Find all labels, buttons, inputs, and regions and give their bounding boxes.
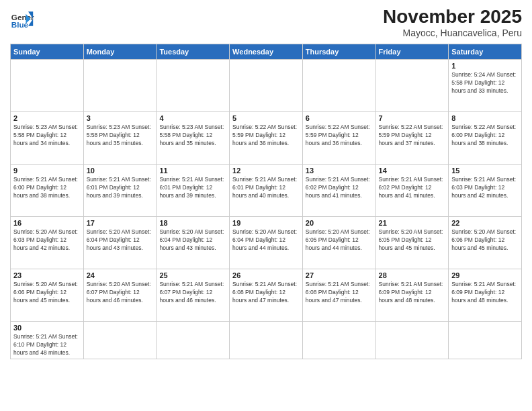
table-row [83,59,157,111]
day-number: 12 [232,167,300,175]
day-number: 26 [232,271,300,279]
header: General Blue November 2025 Mayocc, Huanc… [10,7,522,38]
day-number: 25 [159,271,226,279]
day-number: 8 [451,114,519,122]
table-row: 26Sunrise: 5:21 AM Sunset: 6:08 PM Dayli… [230,269,303,321]
table-row: 17Sunrise: 5:20 AM Sunset: 6:04 PM Dayli… [83,216,157,269]
page-title: November 2025 [383,7,522,28]
table-row: 1Sunrise: 5:24 AM Sunset: 5:58 PM Daylig… [449,59,522,111]
day-number: 14 [379,167,446,175]
table-row: 18Sunrise: 5:20 AM Sunset: 6:04 PM Dayli… [157,216,230,269]
day-info: Sunrise: 5:21 AM Sunset: 6:09 PM Dayligh… [379,281,446,305]
day-number: 20 [306,219,373,227]
table-row: 30Sunrise: 5:21 AM Sunset: 6:10 PM Dayli… [11,321,84,359]
table-row: 27Sunrise: 5:21 AM Sunset: 6:08 PM Dayli… [302,269,375,321]
table-row: 12Sunrise: 5:21 AM Sunset: 6:01 PM Dayli… [230,164,303,216]
day-info: Sunrise: 5:20 AM Sunset: 6:06 PM Dayligh… [451,228,519,253]
table-row: 4Sunrise: 5:23 AM Sunset: 5:58 PM Daylig… [157,111,230,164]
day-number: 9 [13,167,81,175]
table-row [230,59,303,111]
day-info: Sunrise: 5:21 AM Sunset: 6:08 PM Dayligh… [306,281,373,305]
day-info: Sunrise: 5:21 AM Sunset: 6:03 PM Dayligh… [451,176,519,200]
calendar-week-row: 30Sunrise: 5:21 AM Sunset: 6:10 PM Dayli… [11,321,522,359]
day-number: 30 [13,324,81,332]
day-number: 11 [159,167,226,175]
day-number: 15 [451,167,519,175]
day-info: Sunrise: 5:24 AM Sunset: 5:58 PM Dayligh… [451,71,519,95]
day-number: 16 [13,219,81,227]
table-row: 25Sunrise: 5:21 AM Sunset: 6:07 PM Dayli… [157,269,230,321]
day-info: Sunrise: 5:22 AM Sunset: 5:59 PM Dayligh… [232,124,300,148]
table-row: 24Sunrise: 5:20 AM Sunset: 6:07 PM Dayli… [83,269,157,321]
col-saturday: Saturday [449,44,522,59]
col-tuesday: Tuesday [157,44,230,59]
logo-icon: General Blue [10,7,34,31]
table-row: 2Sunrise: 5:23 AM Sunset: 5:58 PM Daylig… [11,111,84,164]
day-info: Sunrise: 5:21 AM Sunset: 6:01 PM Dayligh… [87,176,154,200]
day-number: 3 [87,114,154,122]
day-info: Sunrise: 5:22 AM Sunset: 5:59 PM Dayligh… [306,124,373,148]
table-row [157,321,230,359]
logo: General Blue [10,7,34,31]
day-number: 19 [232,219,300,227]
table-row [83,321,157,359]
table-row: 28Sunrise: 5:21 AM Sunset: 6:09 PM Dayli… [375,269,449,321]
calendar-header-row: Sunday Monday Tuesday Wednesday Thursday… [11,44,522,59]
day-number: 13 [306,167,373,175]
day-number: 10 [87,167,154,175]
table-row: 19Sunrise: 5:20 AM Sunset: 6:04 PM Dayli… [230,216,303,269]
day-info: Sunrise: 5:21 AM Sunset: 6:00 PM Dayligh… [13,176,81,200]
day-number: 22 [451,219,519,227]
table-row: 15Sunrise: 5:21 AM Sunset: 6:03 PM Dayli… [449,164,522,216]
day-number: 5 [232,114,300,122]
col-sunday: Sunday [11,44,84,59]
calendar-week-row: 16Sunrise: 5:20 AM Sunset: 6:03 PM Dayli… [11,216,522,269]
table-row: 14Sunrise: 5:21 AM Sunset: 6:02 PM Dayli… [375,164,449,216]
day-info: Sunrise: 5:22 AM Sunset: 5:59 PM Dayligh… [379,124,446,148]
day-number: 18 [159,219,226,227]
day-info: Sunrise: 5:22 AM Sunset: 6:00 PM Dayligh… [451,124,519,148]
table-row: 21Sunrise: 5:20 AM Sunset: 6:05 PM Dayli… [375,216,449,269]
day-info: Sunrise: 5:21 AM Sunset: 6:10 PM Dayligh… [13,333,81,357]
table-row [375,59,449,111]
calendar-week-row: 2Sunrise: 5:23 AM Sunset: 5:58 PM Daylig… [11,111,522,164]
table-row: 10Sunrise: 5:21 AM Sunset: 6:01 PM Dayli… [83,164,157,216]
day-number: 24 [87,271,154,279]
calendar: Sunday Monday Tuesday Wednesday Thursday… [10,44,522,360]
calendar-week-row: 1Sunrise: 5:24 AM Sunset: 5:58 PM Daylig… [11,59,522,111]
day-number: 21 [379,219,446,227]
table-row: 23Sunrise: 5:20 AM Sunset: 6:06 PM Dayli… [11,269,84,321]
table-row [11,59,84,111]
table-row: 3Sunrise: 5:23 AM Sunset: 5:58 PM Daylig… [83,111,157,164]
col-thursday: Thursday [302,44,375,59]
day-number: 23 [13,271,81,279]
table-row: 11Sunrise: 5:21 AM Sunset: 6:01 PM Dayli… [157,164,230,216]
day-number: 4 [159,114,226,122]
table-row: 22Sunrise: 5:20 AM Sunset: 6:06 PM Dayli… [449,216,522,269]
table-row: 29Sunrise: 5:21 AM Sunset: 6:09 PM Dayli… [449,269,522,321]
table-row [449,321,522,359]
page: General Blue November 2025 Mayocc, Huanc… [0,0,532,411]
day-number: 17 [87,219,154,227]
day-info: Sunrise: 5:21 AM Sunset: 6:08 PM Dayligh… [232,281,300,305]
day-info: Sunrise: 5:21 AM Sunset: 6:02 PM Dayligh… [306,176,373,200]
table-row: 8Sunrise: 5:22 AM Sunset: 6:00 PM Daylig… [449,111,522,164]
day-info: Sunrise: 5:20 AM Sunset: 6:04 PM Dayligh… [232,228,300,253]
day-info: Sunrise: 5:20 AM Sunset: 6:04 PM Dayligh… [159,228,226,253]
table-row: 16Sunrise: 5:20 AM Sunset: 6:03 PM Dayli… [11,216,84,269]
day-info: Sunrise: 5:21 AM Sunset: 6:02 PM Dayligh… [379,176,446,200]
col-wednesday: Wednesday [230,44,303,59]
table-row [302,321,375,359]
table-row: 13Sunrise: 5:21 AM Sunset: 6:02 PM Dayli… [302,164,375,216]
table-row: 9Sunrise: 5:21 AM Sunset: 6:00 PM Daylig… [11,164,84,216]
day-number: 27 [306,271,373,279]
day-number: 2 [13,114,81,122]
day-info: Sunrise: 5:20 AM Sunset: 6:05 PM Dayligh… [306,228,373,253]
day-info: Sunrise: 5:23 AM Sunset: 5:58 PM Dayligh… [13,124,81,148]
day-info: Sunrise: 5:21 AM Sunset: 6:01 PM Dayligh… [159,176,226,200]
day-number: 6 [306,114,373,122]
table-row [302,59,375,111]
title-block: November 2025 Mayocc, Huancavelica, Peru [383,7,522,38]
table-row [375,321,449,359]
day-info: Sunrise: 5:23 AM Sunset: 5:58 PM Dayligh… [87,124,154,148]
